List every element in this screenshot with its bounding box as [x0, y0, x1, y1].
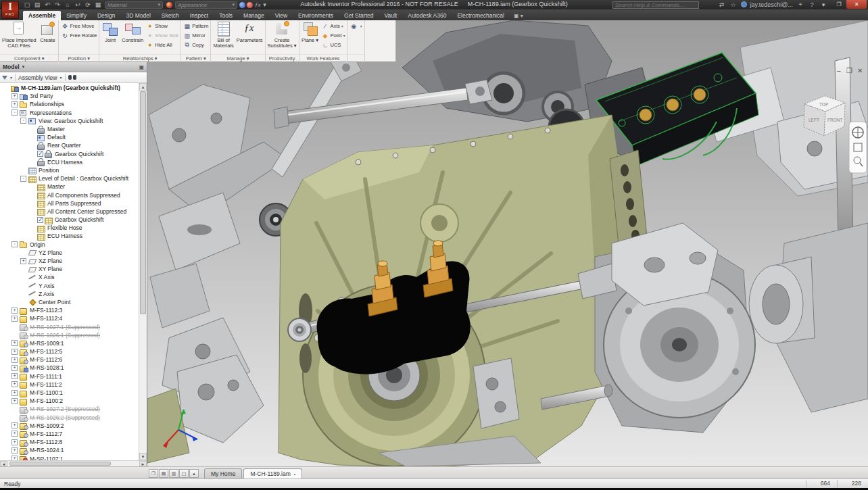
tree-item-gearbox-quickshift[interactable]: +Gearbox Quickshift	[0, 216, 147, 224]
update-icon[interactable]: ⟳	[84, 1, 92, 8]
expander-icon[interactable]: +	[20, 258, 26, 264]
expander-icon[interactable]: -	[11, 109, 18, 116]
ribbon-group-label[interactable]: Relationships ▾	[99, 54, 180, 62]
item-button[interactable]: ◉▾	[350, 22, 362, 30]
tree-item-view-gearbox-quickshift[interactable]: -View: Gearbox Quickshift	[0, 117, 147, 125]
tab-design[interactable]: Design	[92, 11, 120, 20]
panel-options-icon[interactable]: ▣	[139, 64, 144, 70]
expander-icon[interactable]: +	[11, 308, 18, 314]
view-mode-selector[interactable]: Assembly View	[18, 74, 57, 81]
pattern-button[interactable]: ▦Pattern	[183, 22, 208, 30]
expander-icon[interactable]: +	[11, 398, 18, 404]
tab-view[interactable]: View	[270, 11, 293, 20]
scrollbar-thumb[interactable]	[140, 91, 146, 314]
tab-get-started[interactable]: Get Started	[339, 11, 379, 20]
expander-icon[interactable]: +	[11, 439, 18, 445]
tree-item-m-fs-1100-1[interactable]: +M-FS-1100:1	[0, 389, 147, 397]
tab-manage[interactable]: Manage	[238, 11, 270, 20]
expander-icon[interactable]: +	[11, 381, 18, 387]
tree-item-m-rs-1009-2[interactable]: +M-RS-1009:2	[0, 422, 147, 430]
tree-item-m-fs-1112-4[interactable]: +M-FS-1112:4	[0, 314, 147, 322]
scroll-up-icon[interactable]: ▲	[139, 83, 147, 91]
copy-button[interactable]: ⧉Copy	[183, 41, 208, 49]
tree-item-m-rs-1024-1[interactable]: +M-RS-1024:1	[0, 446, 147, 454]
tree-item-m-fs-1112-6[interactable]: +M-FS-1112:6	[0, 356, 147, 364]
expander-icon[interactable]: +	[11, 447, 18, 454]
tree-item-xy-plane[interactable]: +XY Plane	[0, 265, 147, 273]
chevron-down-icon[interactable]: ▾	[60, 75, 62, 80]
return-icon[interactable]: ↩	[74, 1, 82, 8]
create-substitutes-button[interactable]: Create Substitutes ▾	[266, 21, 298, 49]
tab-autodesk-a360[interactable]: Autodesk A360	[402, 11, 452, 20]
tree-item-all-content-center-suppressed[interactable]: +All Content Center Suppressed	[0, 207, 147, 216]
expander-icon[interactable]: +	[11, 93, 18, 99]
favorites-icon[interactable]: ☆	[729, 1, 738, 8]
tree-item-xz-plane[interactable]: +XZ Plane	[0, 257, 147, 265]
expander-icon[interactable]: +	[11, 365, 18, 371]
tree-item-m-fs-1111-1[interactable]: +M-FS-1111:1	[0, 372, 147, 381]
tree-item-center-point[interactable]: +Center Point	[0, 298, 147, 306]
point-button[interactable]: ◆Point▾	[322, 31, 345, 40]
ribbon-group-label[interactable]: Productivity	[266, 54, 299, 62]
signed-in-user[interactable]: jay.tedeschi@...	[750, 1, 794, 8]
joint-button[interactable]: Joint	[100, 21, 120, 43]
tree-vertical-scrollbar[interactable]: ▲ ▼	[139, 83, 147, 460]
tree-item-m-fs-1112-3[interactable]: +M-FS-1112:3	[0, 306, 147, 314]
ucs-button[interactable]: ∟UCS	[322, 41, 345, 49]
tile-vertical-icon[interactable]: ▥	[169, 469, 178, 478]
parameters-button[interactable]: Parameters	[235, 21, 264, 43]
expander-icon[interactable]: -	[20, 118, 26, 124]
search-input[interactable]	[612, 1, 699, 9]
tree-item-master[interactable]: +Master	[0, 125, 147, 133]
collapse-tabs-icon[interactable]: ▴	[189, 469, 199, 478]
tree-item-m-rs-1026-1-suppressed[interactable]: +M-RS-1026:1 (Suppressed)	[0, 331, 147, 339]
appearance-dropdown[interactable]: Appearance ▾	[175, 1, 237, 9]
cascade-windows-icon[interactable]: ❐	[149, 469, 158, 478]
fx-parameters-icon[interactable]: ƒx	[255, 1, 261, 8]
tree-item-all-components-suppressed[interactable]: +All Components Suppressed	[0, 191, 147, 199]
help-icon[interactable]: ?	[808, 1, 816, 8]
browser-header[interactable]: Model ▼ ▣	[0, 62, 147, 72]
tab-sketch[interactable]: Sketch	[156, 11, 185, 20]
redo-icon[interactable]: ↷	[53, 1, 62, 8]
tree-item-m-rs-1026-2-suppressed[interactable]: +M-RS-1026:2 (Suppressed)	[0, 414, 147, 422]
create-button[interactable]: Create	[37, 21, 57, 43]
home-icon[interactable]: ⌂	[64, 1, 72, 8]
tree-item-m-rs-1009-1[interactable]: +M-RS-1009:1	[0, 339, 147, 347]
avatar[interactable]	[741, 1, 747, 7]
tree-item-m-sp-1107-1[interactable]: +M-SP-1107:1	[0, 454, 147, 460]
tree-item-ecu-harness[interactable]: +ECU Harness	[0, 232, 147, 240]
tab-3d-model[interactable]: 3D Model	[120, 11, 155, 20]
tab-vault[interactable]: Vault	[379, 11, 402, 20]
tab-inspect[interactable]: Inspect	[185, 11, 214, 20]
expander-icon[interactable]: +	[11, 357, 18, 363]
tree-item-yz-plane[interactable]: +YZ Plane	[0, 249, 147, 257]
tab-tools[interactable]: Tools	[214, 11, 238, 20]
expander-icon[interactable]: +	[11, 349, 18, 355]
expander-icon[interactable]: +	[11, 101, 18, 107]
scroll-left-icon[interactable]: ◄	[0, 461, 7, 466]
minimize-button[interactable]: –	[817, 0, 831, 9]
tree-item-m-fs-1100-2[interactable]: +M-FS-1100:2	[0, 397, 147, 405]
tree-item-representations[interactable]: -Representations	[0, 109, 147, 117]
ribbon-group-label[interactable]: Pattern ▾	[181, 54, 210, 62]
tree-horizontal-scrollbar[interactable]: ◄ ►	[0, 460, 147, 466]
mirror-button[interactable]: ▥Mirror	[183, 31, 208, 40]
scroll-right-icon[interactable]: ►	[139, 461, 147, 466]
free-move-button[interactable]: ✥Free Move	[61, 22, 97, 30]
save-icon[interactable]: ▤	[33, 1, 41, 8]
ribbon-group-label[interactable]: Position ▾	[59, 54, 99, 62]
tree-item-flexible-hose[interactable]: +Flexible Hose	[0, 224, 147, 232]
doc-tab-my-home[interactable]: My Home	[204, 468, 242, 479]
tree-item-m-rs-1027-2-suppressed[interactable]: +M-RS-1027:2 (Suppressed)	[0, 405, 147, 413]
tree-item-level-of-detail-gearbox-quickshift[interactable]: -Level of Detail : Gearbox Quickshift	[0, 174, 147, 182]
tile-horizontal-icon[interactable]: ▤	[159, 469, 168, 478]
close-icon[interactable]: ▪	[294, 472, 295, 476]
restore-button[interactable]: ❐	[831, 0, 846, 9]
qat-overflow-caret-icon[interactable]: ▾	[261, 1, 269, 8]
arrange-icon[interactable]: ▢	[179, 469, 189, 478]
search-icon[interactable]	[68, 75, 76, 80]
material-dropdown[interactable]: Material ▾	[105, 1, 163, 9]
new-file-icon[interactable]: ▢	[23, 1, 31, 8]
checkbox-checked[interactable]	[37, 217, 43, 223]
